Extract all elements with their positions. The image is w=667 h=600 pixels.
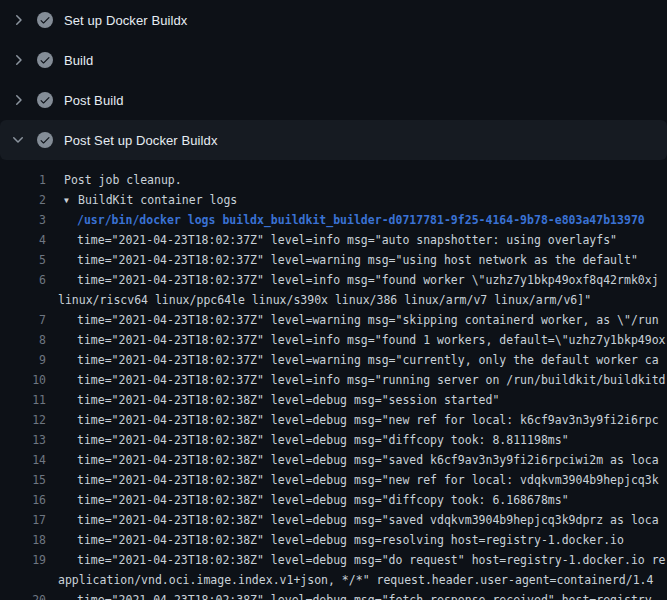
log-row: 6time="2021-04-23T18:02:37Z" level=info … <box>0 270 667 290</box>
step-row-post-set-up-docker-buildx[interactable]: Post Set up Docker Buildx <box>0 120 667 160</box>
log-row: 16time="2021-04-23T18:02:38Z" level=debu… <box>0 490 667 510</box>
log-text: time="2021-04-23T18:02:38Z" level=debug … <box>46 430 569 450</box>
line-number[interactable]: 6 <box>0 270 46 290</box>
line-number[interactable]: 19 <box>0 550 46 570</box>
log-text: time="2021-04-23T18:02:38Z" level=debug … <box>46 590 659 600</box>
success-check-icon <box>37 52 53 68</box>
line-number[interactable]: 13 <box>0 430 46 450</box>
log-text: time="2021-04-23T18:02:37Z" level=warnin… <box>46 350 659 370</box>
log-row: 11time="2021-04-23T18:02:38Z" level=debu… <box>0 390 667 410</box>
log-text: Post job cleanup. <box>46 170 182 190</box>
log-row: 3/usr/bin/docker logs buildx_buildkit_bu… <box>0 210 667 230</box>
success-check-icon <box>37 12 53 28</box>
log-row: 9time="2021-04-23T18:02:37Z" level=warni… <box>0 350 667 370</box>
log-row: 19time="2021-04-23T18:02:38Z" level=debu… <box>0 550 667 570</box>
success-check-icon <box>37 132 53 148</box>
log-group-header[interactable]: ▼BuildKit container logs <box>46 190 237 210</box>
log-text: time="2021-04-23T18:02:37Z" level=warnin… <box>46 310 659 330</box>
log-row: 8time="2021-04-23T18:02:37Z" level=info … <box>0 330 667 350</box>
group-expanded-triangle-icon[interactable]: ▼ <box>64 191 78 210</box>
line-number[interactable]: 1 <box>0 170 46 190</box>
line-number[interactable]: 7 <box>0 310 46 330</box>
log-row: 7time="2021-04-23T18:02:37Z" level=warni… <box>0 310 667 330</box>
line-number[interactable]: 4 <box>0 230 46 250</box>
log-row: linux/riscv64 linux/ppc64le linux/s390x … <box>0 290 667 310</box>
step-title: Post Build <box>64 93 124 108</box>
line-number[interactable]: 2 <box>0 190 46 210</box>
log-row: 1Post job cleanup. <box>0 170 667 190</box>
line-number[interactable] <box>0 570 46 590</box>
step-row-build[interactable]: Build <box>0 40 667 80</box>
log-row: 18time="2021-04-23T18:02:38Z" level=debu… <box>0 530 667 550</box>
step-title: Post Set up Docker Buildx <box>64 133 218 148</box>
log-text: time="2021-04-23T18:02:37Z" level=warnin… <box>46 250 638 270</box>
line-number[interactable]: 5 <box>0 250 46 270</box>
line-number[interactable]: 11 <box>0 390 46 410</box>
log-row: 12time="2021-04-23T18:02:38Z" level=debu… <box>0 410 667 430</box>
log-text: time="2021-04-23T18:02:37Z" level=info m… <box>46 230 617 250</box>
step-row-post-build[interactable]: Post Build <box>0 80 667 120</box>
log-text: time="2021-04-23T18:02:38Z" level=debug … <box>46 470 659 490</box>
line-number[interactable] <box>0 290 46 310</box>
line-number[interactable]: 17 <box>0 510 46 530</box>
log-row: 20time="2021-04-23T18:02:38Z" level=debu… <box>0 590 667 600</box>
log-text: time="2021-04-23T18:02:37Z" level=info m… <box>46 330 666 350</box>
log-text: time="2021-04-23T18:02:38Z" level=debug … <box>46 550 666 570</box>
step-title: Set up Docker Buildx <box>64 13 187 28</box>
log-row: 13time="2021-04-23T18:02:38Z" level=debu… <box>0 430 667 450</box>
line-number[interactable]: 8 <box>0 330 46 350</box>
line-number[interactable]: 16 <box>0 490 46 510</box>
log-row: 4time="2021-04-23T18:02:37Z" level=info … <box>0 230 667 250</box>
line-number[interactable]: 3 <box>0 210 46 230</box>
log-row: 14time="2021-04-23T18:02:38Z" level=debu… <box>0 450 667 470</box>
log-row: 5time="2021-04-23T18:02:37Z" level=warni… <box>0 250 667 270</box>
line-number[interactable]: 12 <box>0 410 46 430</box>
log-text: linux/riscv64 linux/ppc64le linux/s390x … <box>46 290 591 310</box>
step-row-set-up-docker-buildx[interactable]: Set up Docker Buildx <box>0 0 667 40</box>
line-number[interactable]: 14 <box>0 450 46 470</box>
log-row: application/vnd.oci.image.index.v1+json,… <box>0 570 667 590</box>
chevron-right-icon <box>10 12 26 28</box>
log-text: time="2021-04-23T18:02:38Z" level=debug … <box>46 510 659 530</box>
log-text: time="2021-04-23T18:02:37Z" level=info m… <box>46 270 659 290</box>
log-row: 2▼BuildKit container logs <box>0 190 667 210</box>
log-text: time="2021-04-23T18:02:38Z" level=debug … <box>46 490 569 510</box>
log-text: time="2021-04-23T18:02:37Z" level=info m… <box>46 370 666 390</box>
success-check-icon <box>37 92 53 108</box>
chevron-right-icon <box>10 92 26 108</box>
chevron-right-icon <box>10 52 26 68</box>
line-number[interactable]: 10 <box>0 370 46 390</box>
log-text: application/vnd.oci.image.index.v1+json,… <box>46 570 653 590</box>
step-title: Build <box>64 53 93 68</box>
log-text: time="2021-04-23T18:02:38Z" level=debug … <box>46 390 499 410</box>
log-text: time="2021-04-23T18:02:38Z" level=debug … <box>46 410 659 430</box>
chevron-down-icon <box>10 132 26 148</box>
log-row: 10time="2021-04-23T18:02:37Z" level=info… <box>0 370 667 390</box>
line-number[interactable]: 20 <box>0 590 46 600</box>
log-lines: 1Post job cleanup.2▼BuildKit container l… <box>0 160 667 600</box>
line-number[interactable]: 18 <box>0 530 46 550</box>
log-row: 17time="2021-04-23T18:02:38Z" level=debu… <box>0 510 667 530</box>
log-row: 15time="2021-04-23T18:02:38Z" level=debu… <box>0 470 667 490</box>
log-command-text: /usr/bin/docker logs buildx_buildkit_bui… <box>46 210 645 230</box>
log-text: time="2021-04-23T18:02:38Z" level=debug … <box>46 530 624 550</box>
log-text: time="2021-04-23T18:02:38Z" level=debug … <box>46 450 659 470</box>
line-number[interactable]: 15 <box>0 470 46 490</box>
line-number[interactable]: 9 <box>0 350 46 370</box>
